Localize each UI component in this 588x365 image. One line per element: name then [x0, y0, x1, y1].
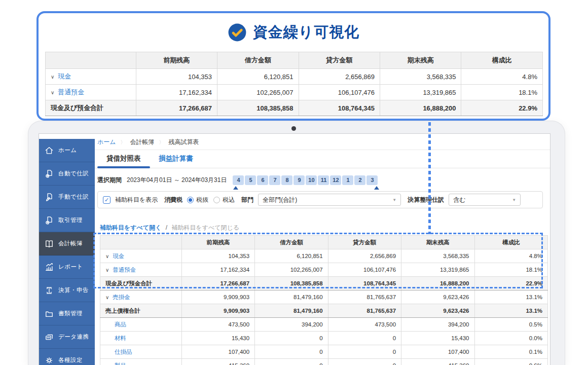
sub-account-links: 補助科目をすべて開く / 補助科目をすべて閉じる: [100, 224, 543, 232]
sidebar: ホーム自動で仕訳手動で仕訳取引管理会計帳簿レポート決算・申告書類管理データ連携各…: [39, 139, 95, 365]
camera-dot: [291, 126, 296, 131]
link-separator: /: [166, 224, 167, 231]
month-button-6[interactable]: 6: [257, 175, 268, 185]
tab-balance-sheet[interactable]: 貸借対照表: [97, 150, 150, 168]
breadcrumb-separator-icon: 〉: [121, 139, 126, 145]
month-button-5[interactable]: 5: [245, 175, 256, 185]
month-button-3[interactable]: 3: [366, 175, 378, 185]
period-range: 2023年04月01日 ～ 2024年03月31日: [127, 176, 227, 185]
chevron-down-icon[interactable]: ∨: [51, 90, 54, 95]
tab-profit-loss[interactable]: 損益計算書: [150, 150, 203, 168]
cell-value: 106,107,476: [328, 263, 401, 277]
month-button-7[interactable]: 7: [269, 175, 280, 185]
radio-label: 税抜: [196, 196, 208, 204]
sidebar-item-ledger[interactable]: 会計帳簿: [39, 232, 95, 256]
sidebar-item-closing[interactable]: 決算・申告: [39, 279, 95, 302]
account-link[interactable]: 売掛金: [113, 294, 130, 300]
department-select[interactable]: 全部門(合計) ▼: [258, 194, 401, 206]
cell-value: 17,266,687: [181, 277, 254, 290]
chevron-down-icon[interactable]: ∨: [105, 295, 109, 300]
month-button-1[interactable]: 1: [342, 175, 353, 185]
month-button-8[interactable]: 8: [281, 175, 292, 185]
account-link[interactable]: 商品: [115, 321, 126, 327]
sidebar-item-manual-journal[interactable]: 手動で仕訳: [39, 186, 95, 209]
column-header: 期末残高: [380, 52, 461, 69]
column-header: 前期残高: [181, 236, 254, 249]
account-name-cell: 現金及び預金合計: [46, 100, 136, 116]
account-link[interactable]: 仕掛品: [115, 349, 132, 355]
cell-value: 415,360: [401, 359, 474, 365]
closing-column-icon: [44, 285, 54, 296]
cell-value: 3,568,335: [380, 69, 461, 85]
sidebar-item-label: データ連携: [58, 333, 89, 341]
cell-value: 22.9%: [474, 277, 547, 290]
cell-value: 2,656,869: [328, 249, 401, 263]
cell-value: 6,120,851: [255, 249, 328, 263]
sidebar-item-label: 決算・申告: [58, 286, 89, 294]
table-row-cash-deposit-total: 現金及び預金合計17,266,687108,385,858108,764,345…: [100, 277, 548, 290]
account-link[interactable]: 材料: [115, 335, 126, 341]
column-header: 貸方金額: [299, 52, 380, 69]
callout-title-row: 資金繰り可視化: [39, 13, 548, 52]
cell-value: 16,888,200: [380, 100, 461, 116]
breadcrumb-item-home[interactable]: ホーム: [97, 138, 116, 145]
account-total-label: 現金及び預金合計: [105, 280, 152, 286]
tax-radio-税抜[interactable]: 税抜: [187, 196, 208, 204]
account-link[interactable]: 製品: [115, 362, 126, 365]
sidebar-item-label: 取引管理: [58, 216, 83, 224]
cash-flow-callout: 資金繰り可視化 前期残高借方金額貸方金額期末残高構成比∨現金104,3536,1…: [36, 11, 550, 121]
account-link[interactable]: 現金: [113, 253, 124, 259]
account-link[interactable]: 普通預金: [58, 88, 84, 96]
show-sub-accounts-checkbox[interactable]: ✓: [103, 196, 111, 204]
cell-value: 473,500: [181, 318, 254, 332]
chevron-down-icon[interactable]: ∨: [51, 74, 54, 80]
cell-value: 107,400: [181, 345, 254, 359]
table-row-ordinary-deposit: ∨普通預金17,162,334102,265,007106,107,47613,…: [46, 85, 543, 100]
sidebar-item-label: レポート: [58, 263, 83, 271]
month-button-9[interactable]: 9: [293, 175, 305, 185]
sidebar-item-report[interactable]: レポート: [39, 256, 95, 279]
month-button-12[interactable]: 12: [330, 175, 341, 185]
column-header: 前期残高: [136, 52, 217, 69]
sidebar-item-transactions[interactable]: 取引管理: [39, 209, 95, 232]
month-button-4[interactable]: 4: [233, 175, 244, 185]
sidebar-item-documents[interactable]: 書類管理: [39, 302, 95, 325]
sidebar-item-data-sync[interactable]: データ連携: [39, 325, 95, 349]
cell-value: 0: [255, 359, 328, 365]
period-start-marker: [233, 186, 238, 190]
column-header: 借方金額: [217, 52, 299, 69]
controls-area: 選択期間 2023年04月01日 ～ 2024年03月31日 456789101…: [95, 168, 550, 365]
check-circle-icon: [228, 23, 247, 42]
gear-icon: [44, 355, 54, 365]
cell-value: 0: [255, 345, 328, 359]
period-label: 選択期間: [97, 176, 122, 185]
close-all-link[interactable]: 補助科目をすべて閉じる: [171, 224, 239, 231]
month-button-11[interactable]: 11: [318, 175, 329, 185]
month-button-10[interactable]: 10: [306, 175, 317, 185]
account-link[interactable]: 普通預金: [113, 267, 136, 273]
cell-value: 102,265,007: [255, 263, 328, 277]
account-link[interactable]: 現金: [58, 72, 71, 80]
month-button-2[interactable]: 2: [354, 175, 365, 185]
cell-value: 0.1%: [474, 345, 547, 359]
adjustment-select[interactable]: 含む ▼: [449, 194, 521, 206]
breadcrumb-separator-icon: 〉: [159, 139, 164, 145]
cell-value: 104,353: [136, 69, 217, 85]
journal-manual-icon: [44, 192, 54, 202]
chevron-down-icon: ▼: [512, 198, 516, 202]
tax-radio-税込[interactable]: 税込: [213, 196, 235, 204]
sidebar-item-auto-journal[interactable]: 自動で仕訳: [39, 162, 95, 186]
cell-value: 415,360: [181, 359, 254, 365]
open-all-link[interactable]: 補助科目をすべて開く: [100, 224, 161, 231]
cell-value: 81,479,160: [255, 290, 328, 304]
account-name-cell: 売上債権合計: [100, 304, 182, 318]
sidebar-item-settings[interactable]: 各種設定: [39, 349, 95, 365]
tax-radio-group: 税抜税込: [187, 196, 235, 204]
main-content: ホーム〉会計帳簿〉残高試算表 貸借対照表損益計算書 選択期間 2023年04月0…: [95, 134, 550, 365]
journal-auto-icon: [44, 169, 54, 179]
sidebar-item-home[interactable]: ホーム: [39, 139, 95, 162]
table-row-cash: ∨現金104,3536,120,8512,656,8693,568,3354.8…: [46, 69, 543, 85]
chevron-down-icon[interactable]: ∨: [105, 253, 109, 259]
chevron-down-icon[interactable]: ∨: [105, 267, 109, 273]
cell-value: 0: [328, 332, 401, 345]
